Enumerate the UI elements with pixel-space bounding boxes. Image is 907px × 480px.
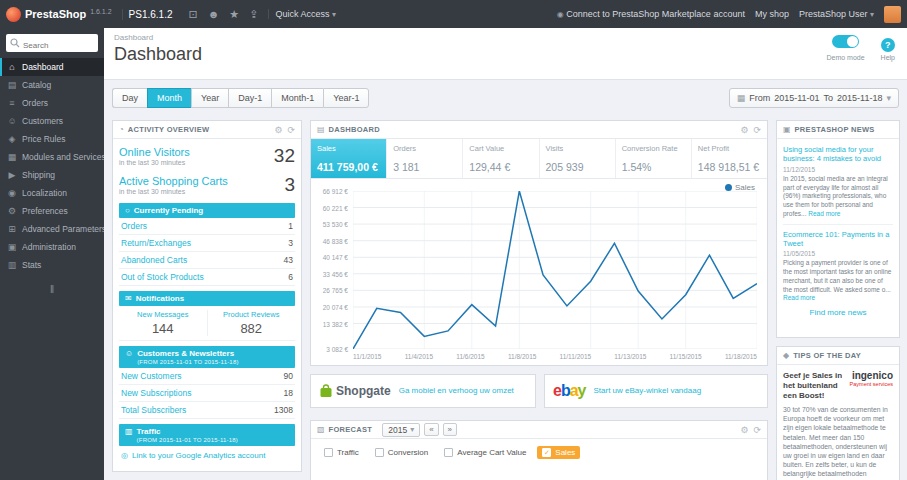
kpi-orders[interactable]: Orders3 181 bbox=[387, 139, 463, 178]
star-icon[interactable]: ★ bbox=[229, 8, 239, 21]
kpi-conversion-rate[interactable]: Conversion Rate1.54% bbox=[616, 139, 692, 178]
online-visitors-stat[interactable]: Online Visitors in the last 30 minutes 3… bbox=[119, 145, 295, 167]
settings-icon[interactable]: ⚙ bbox=[740, 425, 748, 435]
sidebar-nav: ⌂Dashboard ▤Catalog ≡Orders ☺Customers ◈… bbox=[0, 58, 104, 274]
google-analytics-link[interactable]: ◎Link to your Google Analytics account bbox=[119, 446, 295, 465]
pending-orders-link[interactable]: Orders bbox=[121, 221, 147, 231]
date-range-picker[interactable]: ▦ From 2015-11-01 To 2015-11-18 ▾ bbox=[729, 88, 899, 108]
new-subscriptions-link[interactable]: New Subscriptions bbox=[121, 388, 191, 398]
find-more-news-link[interactable]: Find more news bbox=[783, 308, 893, 317]
filter-day-1-button[interactable]: Day-1 bbox=[228, 88, 271, 108]
topbar-right: ◉ Connect to PrestaShop Marketplace acco… bbox=[557, 6, 901, 23]
refresh-icon[interactable]: ⟳ bbox=[753, 425, 761, 435]
kpi-conversion-value: 1.54% bbox=[622, 161, 685, 173]
online-visitors-label: Online Visitors bbox=[119, 146, 190, 159]
news-panel-body: Using social media for your business: 4 … bbox=[777, 139, 899, 323]
demo-mode-toggle[interactable] bbox=[832, 35, 859, 48]
marketplace-connect-link[interactable]: ◉ Connect to PrestaShop Marketplace acco… bbox=[557, 9, 745, 19]
abandoned-carts-link[interactable]: Abandoned Carts bbox=[121, 255, 187, 265]
new-messages-stat[interactable]: New Messages144 bbox=[119, 310, 207, 336]
chart-legend[interactable]: Sales bbox=[725, 183, 755, 192]
product-reviews-label: Product Reviews bbox=[208, 310, 296, 319]
ebay-letter: y bbox=[578, 382, 586, 399]
tips-panel-header: ◆ TIPS OF THE DAY bbox=[777, 347, 899, 365]
sidebar-item-administration[interactable]: ▣Administration bbox=[0, 238, 104, 256]
cart-icon[interactable]: ⊡ bbox=[188, 8, 197, 21]
sidebar-item-preferences[interactable]: ⚙Preferences bbox=[0, 202, 104, 220]
date-from-value: 2015-11-01 bbox=[774, 93, 819, 103]
chart-plot-area: Sales bbox=[353, 191, 757, 349]
kpi-cart-value[interactable]: Cart Value129,44 € bbox=[463, 139, 539, 178]
filter-month-1-button[interactable]: Month-1 bbox=[271, 88, 323, 108]
product-reviews-stat[interactable]: Product Reviews882 bbox=[207, 310, 296, 336]
news-article-link[interactable]: Using social media for your business: 4 … bbox=[783, 145, 893, 164]
ebay-promo-link[interactable]: Start uw eBay-winkel vandaag bbox=[594, 386, 702, 396]
quick-access-menu[interactable]: Quick Access ▾ bbox=[268, 9, 336, 19]
filter-year-1-button[interactable]: Year-1 bbox=[323, 88, 369, 108]
kpi-net-profit-label: Net Profit bbox=[698, 144, 761, 153]
pending-orders-value: 1 bbox=[288, 221, 293, 231]
settings-icon[interactable]: ⚙ bbox=[740, 125, 748, 135]
sidebar-item-dashboard[interactable]: ⌂Dashboard bbox=[0, 58, 104, 76]
filter-year-button[interactable]: Year bbox=[191, 88, 228, 108]
new-customers-link[interactable]: New Customers bbox=[121, 371, 181, 381]
forecast-next-button[interactable]: » bbox=[443, 423, 457, 436]
filter-day-button[interactable]: Day bbox=[112, 88, 147, 108]
prestashop-logo[interactable]: PrestaShop 1.6.1.2 bbox=[6, 7, 112, 22]
refresh-icon[interactable]: ⟳ bbox=[753, 125, 761, 135]
kpi-net-profit-value: 148 918,51 € bbox=[698, 161, 761, 173]
chart-x-axis: 11/1/201511/4/201511/6/201511/8/201511/1… bbox=[353, 353, 757, 365]
sidebar-item-localization[interactable]: ◉Localization bbox=[0, 184, 104, 202]
forecast-year-select[interactable]: 2015▾ bbox=[382, 423, 420, 437]
online-visitors-value: 32 bbox=[274, 145, 295, 167]
sidebar-item-label: Shipping bbox=[22, 170, 55, 180]
date-to-label: To bbox=[824, 93, 834, 103]
refresh-icon[interactable]: ⟳ bbox=[287, 125, 295, 135]
news-article-link[interactable]: Ecommerce 101: Payments in a Tweet bbox=[783, 230, 893, 249]
customer-icon[interactable]: ☻ bbox=[208, 8, 220, 20]
my-shop-link[interactable]: My shop bbox=[755, 9, 789, 19]
activity-panel-title: ACTIVITY OVERVIEW bbox=[128, 125, 210, 134]
sidebar-collapse-toggle[interactable]: ‖ bbox=[0, 284, 104, 295]
sidebar-search[interactable] bbox=[6, 34, 98, 52]
active-carts-stat[interactable]: Active Shopping Carts in the last 30 min… bbox=[119, 174, 295, 196]
out-of-stock-link[interactable]: Out of Stock Products bbox=[121, 272, 204, 282]
total-subscribers-link[interactable]: Total Subscribers bbox=[121, 405, 186, 415]
kpi-sales[interactable]: Sales411 759,00 € bbox=[311, 139, 387, 178]
sidebar-item-stats[interactable]: ▥Stats bbox=[0, 256, 104, 274]
settings-icon[interactable]: ⚙ bbox=[274, 125, 282, 135]
abandoned-carts-row: Abandoned Carts43 bbox=[119, 252, 295, 269]
forecast-legend-traffic[interactable]: Traffic bbox=[319, 446, 364, 459]
sidebar-item-orders[interactable]: ≡Orders bbox=[0, 94, 104, 112]
sidebar-item-customers[interactable]: ☺Customers bbox=[0, 112, 104, 130]
read-more-link[interactable]: Read more bbox=[808, 210, 840, 217]
forecast-legend-average-cart-value[interactable]: Average Cart Value bbox=[439, 446, 531, 459]
sidebar-item-catalog[interactable]: ▤Catalog bbox=[0, 76, 104, 94]
customers-icon: ☺ bbox=[7, 116, 17, 126]
kpi-visits[interactable]: Visits205 939 bbox=[540, 139, 616, 178]
avatar[interactable] bbox=[884, 6, 901, 23]
returns-link[interactable]: Return/Exchanges bbox=[121, 238, 191, 248]
read-more-link[interactable]: Read more bbox=[783, 294, 815, 301]
dashboard-icon: ⌂ bbox=[7, 62, 17, 72]
help-icon[interactable]: ? bbox=[881, 38, 895, 52]
breadcrumb[interactable]: Dashboard bbox=[114, 33, 897, 42]
user-menu[interactable]: PrestaShop User ▾ bbox=[799, 9, 874, 19]
sidebar-item-modules-services[interactable]: ▦Modules and Services bbox=[0, 148, 104, 166]
filter-month-button[interactable]: Month bbox=[147, 88, 191, 108]
import-icon[interactable]: ⇪ bbox=[249, 8, 258, 21]
forecast-legend-sales[interactable]: ✓Sales bbox=[537, 446, 580, 459]
sidebar-item-price-rules[interactable]: ◈Price Rules bbox=[0, 130, 104, 148]
demo-mode-control: Demo mode bbox=[826, 34, 864, 61]
shopgate-promo-link[interactable]: Ga mobiel en verhoog uw omzet bbox=[399, 386, 514, 396]
kpi-net-profit[interactable]: Net Profit148 918,51 € bbox=[692, 139, 767, 178]
advanced-parameters-icon: ⊞ bbox=[7, 224, 17, 234]
forecast-prev-button[interactable]: « bbox=[424, 423, 438, 436]
brand-name: PrestaShop bbox=[25, 8, 86, 20]
sidebar-item-advanced-parameters[interactable]: ⊞Advanced Parameters bbox=[0, 220, 104, 238]
brand-version: 1.6.1.2 bbox=[90, 8, 111, 15]
topbar: PrestaShop 1.6.1.2 PS1.6.1.2 ⊡ ☻ ★ ⇪ Qui… bbox=[0, 0, 907, 28]
returns-row: Return/Exchanges3 bbox=[119, 235, 295, 252]
sidebar-item-shipping[interactable]: ▶Shipping bbox=[0, 166, 104, 184]
forecast-legend-conversion[interactable]: Conversion bbox=[370, 446, 433, 459]
